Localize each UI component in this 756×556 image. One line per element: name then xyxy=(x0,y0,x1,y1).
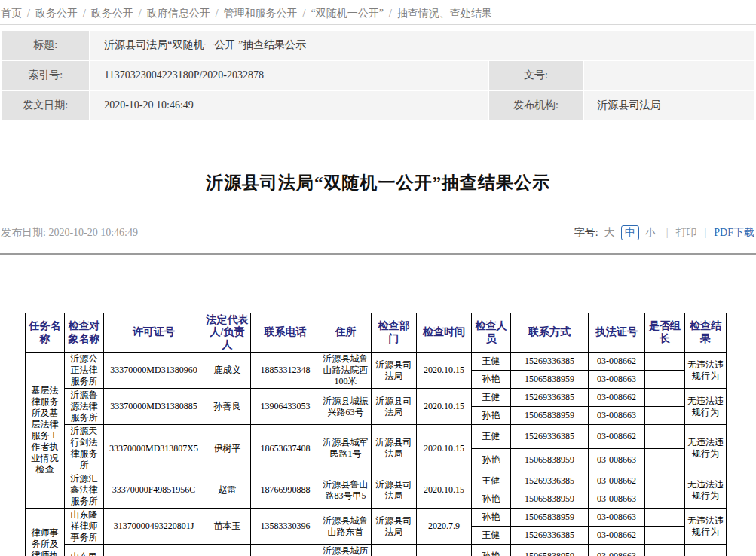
cell-department: 沂源县司法局 xyxy=(372,353,417,389)
cell-inspector-contact: 15065838959 xyxy=(511,509,589,527)
cell-legal-rep: 赵雷 xyxy=(204,472,251,509)
article-toolbar: 字号: 大 中 小 | 打印 | PDF下载 xyxy=(574,225,754,240)
print-button[interactable]: 打印 xyxy=(676,226,697,240)
publish-date-value: 2020-10-20 10:46:49 xyxy=(48,227,138,238)
cell-is-leader xyxy=(645,472,685,490)
column-header: 检查人员 xyxy=(472,313,511,353)
cell-inspect-date: 2020.10.15 xyxy=(417,472,472,509)
cell-department: 沂源县司法局 xyxy=(372,545,417,556)
breadcrumb-separator: / xyxy=(216,8,219,19)
cell-inspector-contact: 15269336385 xyxy=(511,425,589,449)
cell-inspector-contact: 15065838959 xyxy=(511,490,589,509)
cell-address: 沂源县城鲁山路法院西100米 xyxy=(320,353,372,389)
font-size-small-button[interactable]: 小 xyxy=(645,226,656,240)
cell-cert-no: 03-008663 xyxy=(589,545,645,556)
cell-address: 沂源县城军民路1号 xyxy=(320,425,372,472)
cell-cert-no: 03-008662 xyxy=(589,472,645,490)
breadcrumb-item[interactable]: 政务公开 xyxy=(35,8,78,19)
cell-inspector-name: 王健 xyxy=(472,527,511,545)
cell-inspect-date: 2020.7.9 xyxy=(417,545,472,556)
cell-department: 沂源县司法局 xyxy=(372,389,417,425)
cell-is-leader xyxy=(645,353,685,371)
toolbar-separator: | xyxy=(705,227,707,239)
meta-label-doc-no: 文号: xyxy=(489,61,582,90)
cell-is-leader xyxy=(645,371,685,389)
table-row: 律师事务所及律师执业情况山东隆祥律师事务所31370000493220801J苗… xyxy=(26,509,727,527)
font-size-large-button[interactable]: 大 xyxy=(604,226,615,240)
column-header: 是否组长 xyxy=(645,313,685,353)
column-header: 住所 xyxy=(320,313,372,353)
cell-license-no: 31370000493219923R xyxy=(104,545,204,556)
cell-legal-rep: 伊树平 xyxy=(204,425,251,472)
column-header: 法定代表人/负责人 xyxy=(204,313,251,353)
cell-target-name: 沂源天行剑法律服务所 xyxy=(65,425,104,472)
cell-legal-rep: 宋志民 xyxy=(204,545,251,556)
breadcrumb-item[interactable]: 政务公开 xyxy=(91,8,133,19)
cell-license-no: 31370000493220801J xyxy=(104,509,204,545)
cell-cert-no: 03-008662 xyxy=(589,353,645,371)
cell-cert-no: 03-008662 xyxy=(589,527,645,545)
breadcrumb-separator: / xyxy=(303,8,306,19)
cell-cert-no: 03-008662 xyxy=(589,425,645,449)
cell-cert-no: 03-008663 xyxy=(589,448,645,472)
cell-inspector-name: 孙艳 xyxy=(472,371,511,389)
cell-phone: 13583330396 xyxy=(251,509,320,545)
cell-inspect-date: 2020.10.15 xyxy=(417,425,472,472)
cell-phone: 13573350446 xyxy=(251,545,320,556)
cell-result: 无违法违规行为 xyxy=(685,545,727,556)
cell-address: 沂源县鲁山路83号甲5 xyxy=(320,472,372,509)
table-row: 沂源天行剑法律服务所33370000MD313807X5伊树平186536374… xyxy=(26,425,727,449)
cell-target-name: 沂源汇鑫法律服务所 xyxy=(65,472,104,509)
cell-inspect-date: 2020.10.15 xyxy=(417,389,472,425)
publish-date: 发布日期: 2020-10-20 10:46:49 xyxy=(1,226,138,240)
column-header: 检查对象名称 xyxy=(65,313,104,353)
cell-cert-no: 03-008663 xyxy=(589,407,645,425)
breadcrumb-item[interactable]: “双随机一公开” xyxy=(311,8,383,19)
meta-label-issue-date: 发文日期: xyxy=(2,91,89,120)
cell-cert-no: 03-008663 xyxy=(589,509,645,527)
cell-is-leader xyxy=(645,407,685,425)
cell-result: 无违法违规行为 xyxy=(685,472,727,509)
meta-label-title: 标题: xyxy=(2,31,89,60)
cell-cert-no: 03-008662 xyxy=(589,389,645,407)
document-meta-table: 标题: 沂源县司法局“双随机一公开 ”抽查结果公示 索引号: 113703230… xyxy=(0,29,756,121)
cell-is-leader xyxy=(645,509,685,527)
cell-inspector-contact: 15269336385 xyxy=(511,353,589,371)
breadcrumb-separator: / xyxy=(83,8,86,19)
horizontal-divider xyxy=(0,253,756,255)
breadcrumb-item[interactable]: 抽查情况、查处结果 xyxy=(397,8,492,19)
table-row: 基层法律服务所及基层法律服务工作者执业情况检查沂源公正法律服务所33370000… xyxy=(26,353,727,371)
cell-department: 沂源县司法局 xyxy=(372,425,417,472)
cell-license-no: 33370000MD31380885 xyxy=(104,389,204,425)
column-header: 任务名称 xyxy=(26,313,65,353)
cell-phone: 18766990888 xyxy=(251,472,320,509)
meta-value-index-no: 11370323004223180P/2020-2032878 xyxy=(90,61,488,90)
column-header: 检查结果 xyxy=(685,313,727,353)
cell-inspector-contact: 15269336385 xyxy=(511,527,589,545)
breadcrumb-item[interactable]: 首页 xyxy=(1,8,22,19)
cell-license-no: 33370000F49851956C xyxy=(104,472,204,509)
breadcrumb-item[interactable]: 管理和服务公开 xyxy=(224,8,298,19)
column-header: 联系电话 xyxy=(251,313,320,353)
cell-result: 无违法违规行为 xyxy=(685,509,727,545)
breadcrumb-separator: / xyxy=(27,8,30,19)
cell-is-leader xyxy=(645,425,685,449)
meta-value-doc-no xyxy=(584,61,754,90)
column-header: 许可证号 xyxy=(104,313,204,353)
cell-department: 沂源县司法局 xyxy=(372,472,417,509)
pdf-download-button[interactable]: PDF下载 xyxy=(714,226,754,240)
meta-label-agency: 发布机构: xyxy=(489,91,582,120)
inspection-results-table: 任务名称检查对象名称许可证号法定代表人/负责人联系电话住所检查部门检查时间检查人… xyxy=(25,313,727,556)
cell-department: 沂源县司法局 xyxy=(372,509,417,545)
cell-inspector-name: 孙艳 xyxy=(472,448,511,472)
meta-label-index-no: 索引号: xyxy=(2,61,89,90)
breadcrumb-item[interactable]: 政府信息公开 xyxy=(147,8,210,19)
cell-is-leader xyxy=(645,527,685,545)
cell-inspector-name: 孙艳 xyxy=(472,509,511,527)
cell-address: 沂源县城鲁山路东首 xyxy=(320,509,372,545)
cell-target-name: 沂源公正法律服务所 xyxy=(65,353,104,389)
cell-inspector-contact: 15065838959 xyxy=(511,407,589,425)
font-size-medium-button[interactable]: 中 xyxy=(621,225,639,240)
publish-date-label: 发布日期: xyxy=(1,227,46,238)
cell-inspector-contact: 15065838959 xyxy=(511,545,589,556)
